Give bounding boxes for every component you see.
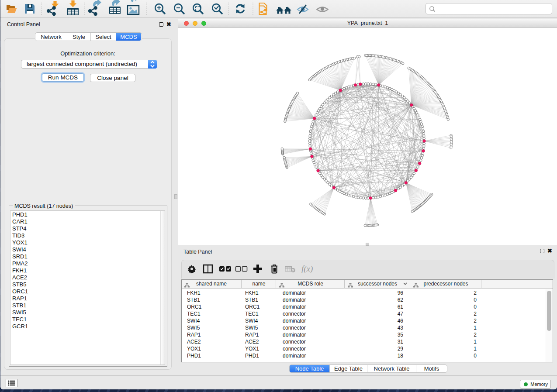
svg-text:f(x): f(x) <box>301 264 313 274</box>
